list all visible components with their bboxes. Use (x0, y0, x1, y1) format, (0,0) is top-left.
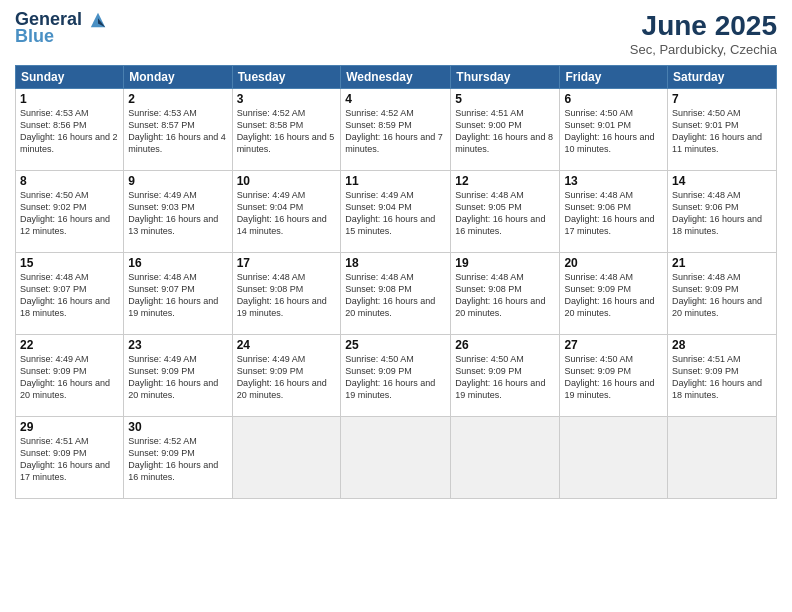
day-info: Sunrise: 4:49 AM Sunset: 9:09 PM Dayligh… (128, 353, 227, 402)
day-num: 27 (564, 338, 663, 352)
title-area: June 2025 Sec, Pardubicky, Czechia (630, 10, 777, 57)
day-info: Sunrise: 4:51 AM Sunset: 9:09 PM Dayligh… (20, 435, 119, 484)
table-row: 4 Sunrise: 4:52 AM Sunset: 8:59 PM Dayli… (341, 89, 451, 171)
col-thursday: Thursday (451, 66, 560, 89)
table-row: 18 Sunrise: 4:48 AM Sunset: 9:08 PM Dayl… (341, 253, 451, 335)
table-row (668, 417, 777, 499)
logo: General Blue (15, 10, 107, 47)
day-info: Sunrise: 4:49 AM Sunset: 9:04 PM Dayligh… (345, 189, 446, 238)
table-row: 20 Sunrise: 4:48 AM Sunset: 9:09 PM Dayl… (560, 253, 668, 335)
day-num: 7 (672, 92, 772, 106)
table-row (232, 417, 341, 499)
header: General Blue June 2025 Sec, Pardubicky, … (15, 10, 777, 57)
col-sunday: Sunday (16, 66, 124, 89)
day-info: Sunrise: 4:48 AM Sunset: 9:07 PM Dayligh… (128, 271, 227, 320)
table-row (560, 417, 668, 499)
day-num: 14 (672, 174, 772, 188)
table-row: 13 Sunrise: 4:48 AM Sunset: 9:06 PM Dayl… (560, 171, 668, 253)
day-num: 30 (128, 420, 227, 434)
day-num: 20 (564, 256, 663, 270)
day-info: Sunrise: 4:53 AM Sunset: 8:57 PM Dayligh… (128, 107, 227, 156)
subtitle: Sec, Pardubicky, Czechia (630, 42, 777, 57)
day-num: 26 (455, 338, 555, 352)
day-num: 29 (20, 420, 119, 434)
day-info: Sunrise: 4:48 AM Sunset: 9:08 PM Dayligh… (237, 271, 337, 320)
logo-icon (89, 11, 107, 29)
day-num: 16 (128, 256, 227, 270)
day-num: 12 (455, 174, 555, 188)
day-info: Sunrise: 4:50 AM Sunset: 9:09 PM Dayligh… (564, 353, 663, 402)
day-num: 4 (345, 92, 446, 106)
day-num: 6 (564, 92, 663, 106)
day-num: 15 (20, 256, 119, 270)
day-info: Sunrise: 4:49 AM Sunset: 9:09 PM Dayligh… (237, 353, 337, 402)
day-info: Sunrise: 4:49 AM Sunset: 9:04 PM Dayligh… (237, 189, 337, 238)
col-wednesday: Wednesday (341, 66, 451, 89)
month-title: June 2025 (630, 10, 777, 42)
day-num: 2 (128, 92, 227, 106)
table-row: 11 Sunrise: 4:49 AM Sunset: 9:04 PM Dayl… (341, 171, 451, 253)
day-num: 11 (345, 174, 446, 188)
page: General Blue June 2025 Sec, Pardubicky, … (0, 0, 792, 612)
table-row: 25 Sunrise: 4:50 AM Sunset: 9:09 PM Dayl… (341, 335, 451, 417)
table-row: 30 Sunrise: 4:52 AM Sunset: 9:09 PM Dayl… (124, 417, 232, 499)
table-row: 5 Sunrise: 4:51 AM Sunset: 9:00 PM Dayli… (451, 89, 560, 171)
day-info: Sunrise: 4:50 AM Sunset: 9:01 PM Dayligh… (564, 107, 663, 156)
table-row: 2 Sunrise: 4:53 AM Sunset: 8:57 PM Dayli… (124, 89, 232, 171)
day-info: Sunrise: 4:52 AM Sunset: 9:09 PM Dayligh… (128, 435, 227, 484)
day-info: Sunrise: 4:48 AM Sunset: 9:06 PM Dayligh… (564, 189, 663, 238)
day-num: 8 (20, 174, 119, 188)
day-info: Sunrise: 4:49 AM Sunset: 9:09 PM Dayligh… (20, 353, 119, 402)
table-row: 10 Sunrise: 4:49 AM Sunset: 9:04 PM Dayl… (232, 171, 341, 253)
day-info: Sunrise: 4:48 AM Sunset: 9:06 PM Dayligh… (672, 189, 772, 238)
table-row: 28 Sunrise: 4:51 AM Sunset: 9:09 PM Dayl… (668, 335, 777, 417)
day-info: Sunrise: 4:53 AM Sunset: 8:56 PM Dayligh… (20, 107, 119, 156)
day-info: Sunrise: 4:49 AM Sunset: 9:03 PM Dayligh… (128, 189, 227, 238)
table-row: 21 Sunrise: 4:48 AM Sunset: 9:09 PM Dayl… (668, 253, 777, 335)
day-info: Sunrise: 4:52 AM Sunset: 8:58 PM Dayligh… (237, 107, 337, 156)
day-num: 19 (455, 256, 555, 270)
calendar: Sunday Monday Tuesday Wednesday Thursday… (15, 65, 777, 499)
day-num: 21 (672, 256, 772, 270)
day-info: Sunrise: 4:48 AM Sunset: 9:05 PM Dayligh… (455, 189, 555, 238)
day-num: 5 (455, 92, 555, 106)
day-info: Sunrise: 4:51 AM Sunset: 9:00 PM Dayligh… (455, 107, 555, 156)
col-saturday: Saturday (668, 66, 777, 89)
table-row: 8 Sunrise: 4:50 AM Sunset: 9:02 PM Dayli… (16, 171, 124, 253)
day-num: 25 (345, 338, 446, 352)
day-num: 3 (237, 92, 337, 106)
day-num: 22 (20, 338, 119, 352)
day-info: Sunrise: 4:48 AM Sunset: 9:08 PM Dayligh… (455, 271, 555, 320)
table-row: 17 Sunrise: 4:48 AM Sunset: 9:08 PM Dayl… (232, 253, 341, 335)
day-num: 1 (20, 92, 119, 106)
col-tuesday: Tuesday (232, 66, 341, 89)
table-row: 26 Sunrise: 4:50 AM Sunset: 9:09 PM Dayl… (451, 335, 560, 417)
table-row: 22 Sunrise: 4:49 AM Sunset: 9:09 PM Dayl… (16, 335, 124, 417)
table-row: 23 Sunrise: 4:49 AM Sunset: 9:09 PM Dayl… (124, 335, 232, 417)
table-row: 1 Sunrise: 4:53 AM Sunset: 8:56 PM Dayli… (16, 89, 124, 171)
day-info: Sunrise: 4:52 AM Sunset: 8:59 PM Dayligh… (345, 107, 446, 156)
day-info: Sunrise: 4:48 AM Sunset: 9:09 PM Dayligh… (564, 271, 663, 320)
col-monday: Monday (124, 66, 232, 89)
day-num: 23 (128, 338, 227, 352)
table-row: 7 Sunrise: 4:50 AM Sunset: 9:01 PM Dayli… (668, 89, 777, 171)
day-num: 18 (345, 256, 446, 270)
day-info: Sunrise: 4:50 AM Sunset: 9:01 PM Dayligh… (672, 107, 772, 156)
day-num: 17 (237, 256, 337, 270)
table-row: 19 Sunrise: 4:48 AM Sunset: 9:08 PM Dayl… (451, 253, 560, 335)
table-row (341, 417, 451, 499)
table-row: 6 Sunrise: 4:50 AM Sunset: 9:01 PM Dayli… (560, 89, 668, 171)
day-info: Sunrise: 4:48 AM Sunset: 9:09 PM Dayligh… (672, 271, 772, 320)
table-row: 12 Sunrise: 4:48 AM Sunset: 9:05 PM Dayl… (451, 171, 560, 253)
day-num: 28 (672, 338, 772, 352)
table-row: 24 Sunrise: 4:49 AM Sunset: 9:09 PM Dayl… (232, 335, 341, 417)
table-row: 9 Sunrise: 4:49 AM Sunset: 9:03 PM Dayli… (124, 171, 232, 253)
table-row: 14 Sunrise: 4:48 AM Sunset: 9:06 PM Dayl… (668, 171, 777, 253)
day-info: Sunrise: 4:51 AM Sunset: 9:09 PM Dayligh… (672, 353, 772, 402)
table-row (451, 417, 560, 499)
table-row: 16 Sunrise: 4:48 AM Sunset: 9:07 PM Dayl… (124, 253, 232, 335)
day-num: 9 (128, 174, 227, 188)
table-row: 15 Sunrise: 4:48 AM Sunset: 9:07 PM Dayl… (16, 253, 124, 335)
day-info: Sunrise: 4:48 AM Sunset: 9:08 PM Dayligh… (345, 271, 446, 320)
table-row: 3 Sunrise: 4:52 AM Sunset: 8:58 PM Dayli… (232, 89, 341, 171)
